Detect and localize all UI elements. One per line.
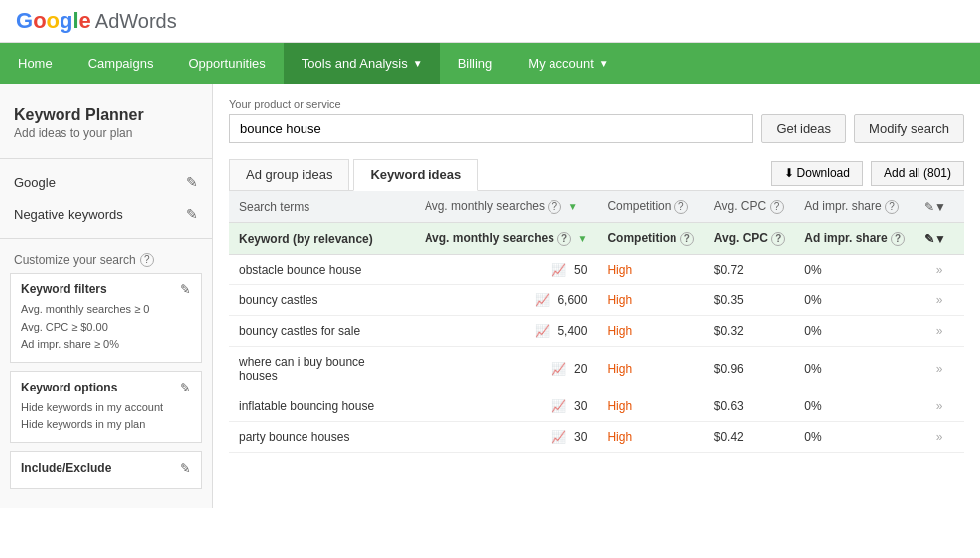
subheader-ad-impr: Ad impr. share ? (795, 223, 915, 255)
avg-monthly-header[interactable]: Avg. monthly searches ? ▼ (415, 191, 598, 223)
account-dropdown-arrow: ▼ (599, 58, 609, 69)
customize-header: Customize your search ? (0, 247, 212, 273)
ad-impr-header: Ad impr. share ? (795, 191, 915, 223)
logo-adwords: AdWords (95, 10, 177, 33)
add-cell[interactable]: » (915, 255, 964, 285)
keyword-filters-title: Keyword filters (21, 282, 107, 296)
logo-g2: g (60, 8, 72, 33)
keyword-cell: bouncy castles for sale (229, 316, 415, 347)
nav-tools[interactable]: Tools and Analysis ▼ (284, 43, 440, 84)
table-row: where can i buy bounce houses 📈20 High $… (229, 347, 964, 391)
include-exclude-box: Include/Exclude ✎ (10, 451, 202, 489)
content-area: Your product or service Get ideas Modify… (213, 84, 980, 508)
trend-icon: 📈 (551, 399, 566, 413)
sidebar-google-row[interactable]: Google ✎ (0, 167, 212, 198)
table-row: party bounce houses 📈30 High $0.42 0% » (229, 422, 964, 453)
tabs: Ad group ideas Keyword ideas (229, 159, 482, 190)
keyword-table: Search terms Avg. monthly searches ? ▼ C… (229, 191, 964, 453)
customize-help-icon[interactable]: ? (140, 253, 154, 267)
competition-cell: High (597, 347, 703, 391)
add-cell[interactable]: » (915, 285, 964, 316)
avg-monthly-help[interactable]: ? (548, 200, 561, 214)
trend-icon: 📈 (551, 430, 566, 444)
ad-impr-cell: 0% (795, 347, 915, 391)
search-bar: Get ideas Modify search (229, 114, 964, 143)
search-input[interactable] (229, 114, 753, 143)
keyword-options-text: Hide keywords in my account Hide keyword… (21, 399, 191, 434)
nav-campaigns[interactable]: Campaigns (70, 43, 172, 84)
keyword-filters-edit-icon[interactable]: ✎ (180, 281, 191, 297)
add-all-button[interactable]: Add all (801) (871, 161, 964, 186)
nav-billing[interactable]: Billing (440, 43, 511, 84)
monthly-cell: 📈30 (415, 391, 598, 422)
competition-cell: High (597, 255, 703, 285)
cpc-cell: $0.63 (704, 391, 796, 422)
subheader-avg-cpc-help[interactable]: ? (771, 232, 785, 246)
keyword-options-edit-icon[interactable]: ✎ (180, 380, 191, 395)
add-row-icon[interactable]: » (936, 399, 943, 413)
download-button[interactable]: ⬇ Download (771, 161, 863, 186)
competition-help[interactable]: ? (674, 200, 688, 214)
sidebar-negative-keywords-edit-icon[interactable]: ✎ (186, 206, 198, 222)
ad-impr-cell: 0% (795, 285, 915, 316)
ad-impr-cell: 0% (795, 255, 915, 285)
add-row-icon[interactable]: » (936, 263, 943, 277)
search-terms-header: Search terms (229, 191, 415, 223)
add-cell[interactable]: » (915, 316, 964, 347)
keyword-cell: party bounce houses (229, 422, 415, 453)
subheader-competition: Competition ? (597, 223, 703, 255)
add-row-icon[interactable]: » (936, 362, 943, 376)
add-row-icon[interactable]: » (936, 324, 943, 338)
add-row-icon[interactable]: » (936, 430, 943, 444)
ad-impr-cell: 0% (795, 422, 915, 453)
include-exclude-header: Include/Exclude ✎ (21, 460, 191, 476)
include-exclude-title: Include/Exclude (21, 461, 111, 475)
avg-cpc-help[interactable]: ? (770, 200, 784, 214)
subheader-action-icon[interactable]: ✎▼ (924, 232, 946, 246)
logo-g: G (16, 8, 33, 33)
subheader-avg-monthly[interactable]: Avg. monthly searches ? ▼ (415, 223, 598, 255)
trend-icon: 📈 (551, 362, 566, 376)
nav-opportunities[interactable]: Opportunities (171, 43, 283, 84)
keyword-cell: inflatable bouncing house (229, 391, 415, 422)
search-terms-header-row: Search terms Avg. monthly searches ? ▼ C… (229, 191, 964, 223)
subheader-competition-help[interactable]: ? (680, 232, 694, 246)
tools-dropdown-arrow: ▼ (413, 58, 423, 69)
cpc-cell: $0.72 (704, 255, 796, 285)
add-cell[interactable]: » (915, 391, 964, 422)
keyword-options-header: Keyword options ✎ (21, 380, 191, 395)
keyword-filters-text: Avg. monthly searches ≥ 0 Avg. CPC ≥ $0.… (21, 301, 191, 354)
tab-keyword-ideas[interactable]: Keyword ideas (353, 159, 478, 191)
table-row: inflatable bouncing house 📈30 High $0.63… (229, 391, 964, 422)
monthly-cell: 📈5,400 (415, 316, 598, 347)
competition-cell: High (597, 391, 703, 422)
keyword-cell: obstacle bounce house (229, 255, 415, 285)
tab-ad-group-ideas[interactable]: Ad group ideas (229, 159, 349, 190)
include-exclude-edit-icon[interactable]: ✎ (180, 460, 191, 476)
keyword-cell: where can i buy bounce houses (229, 347, 415, 391)
competition-cell: High (597, 285, 703, 316)
ad-impr-help[interactable]: ? (885, 200, 899, 214)
add-cell[interactable]: » (915, 347, 964, 391)
monthly-cell: 📈6,600 (415, 285, 598, 316)
action-icon[interactable]: ✎▼ (924, 200, 946, 214)
nav-home[interactable]: Home (0, 43, 70, 84)
download-icon: ⬇ (784, 167, 794, 180)
monthly-cell: 📈20 (415, 347, 598, 391)
add-cell[interactable]: » (915, 422, 964, 453)
subheader-avg-monthly-help[interactable]: ? (557, 232, 571, 246)
get-ideas-button[interactable]: Get ideas (761, 114, 846, 143)
keyword-cell: bouncy castles (229, 285, 415, 316)
sidebar-google-edit-icon[interactable]: ✎ (186, 174, 198, 190)
product-label: Your product or service (229, 98, 964, 110)
add-row-icon[interactable]: » (936, 293, 943, 307)
logo-e: e (79, 8, 91, 33)
table-toolbar: ⬇ Download Add all (801) (771, 161, 964, 190)
trend-icon: 📈 (535, 324, 550, 338)
sidebar-negative-keywords-label: Negative keywords (14, 207, 123, 222)
subheader-ad-impr-help[interactable]: ? (891, 232, 905, 246)
sidebar-negative-keywords-row[interactable]: Negative keywords ✎ (0, 198, 212, 230)
keyword-options-box: Keyword options ✎ Hide keywords in my ac… (10, 371, 202, 443)
modify-search-button[interactable]: Modify search (854, 114, 964, 143)
nav-account[interactable]: My account ▼ (510, 43, 626, 84)
